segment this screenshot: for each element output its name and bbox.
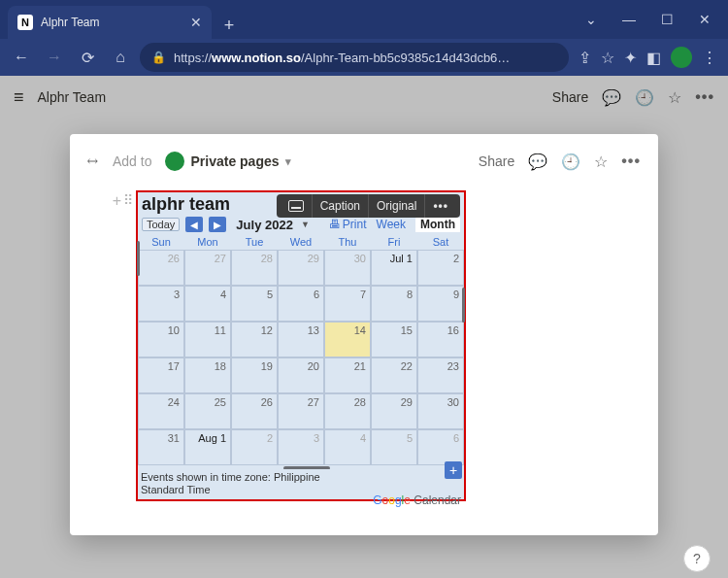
calendar-cell[interactable]: 16 [417, 322, 464, 357]
calendar-controls: Today ◀ ▶ July 2022 ▼ 🖶 Print Week Month [138, 215, 464, 234]
calendar-cell[interactable]: 8 [371, 286, 417, 322]
add-event-button[interactable]: + [445, 461, 462, 479]
calendar-cell[interactable]: 23 [417, 357, 464, 393]
url-text: https://www.notion.so/Alphr-Team-bb5c938… [174, 51, 510, 65]
calendar-cell[interactable]: 5 [371, 429, 417, 465]
month-picker-icon[interactable]: ▼ [301, 220, 310, 229]
prev-month-button[interactable]: ◀ [185, 217, 203, 232]
calendar-cell[interactable]: 27 [184, 250, 231, 286]
day-header: Thu [324, 236, 371, 248]
modal-favorite-icon[interactable]: ☆ [594, 153, 608, 171]
calendar-cell[interactable]: Aug 1 [184, 429, 231, 465]
block-more-icon[interactable]: ••• [424, 194, 456, 218]
browser-tab[interactable]: N Alphr Team ✕ [8, 6, 212, 39]
extensions-icon[interactable]: ✦ [624, 49, 637, 67]
calendar-cell[interactable]: 30 [417, 393, 464, 429]
bookmark-icon[interactable]: ☆ [601, 49, 614, 67]
maximize-icon[interactable]: ☐ [661, 12, 674, 27]
block-caption-icon[interactable] [281, 194, 312, 218]
calendar-cell[interactable]: 15 [371, 322, 417, 357]
calendar-cell[interactable]: 28 [231, 250, 278, 286]
google-calendar-embed[interactable]: Caption Original ••• alphr team Today ◀ … [136, 190, 466, 501]
calendar-cell[interactable]: 25 [184, 393, 231, 429]
calendar-cell[interactable]: Jul 1 [371, 250, 417, 286]
location-label: Private pages [190, 153, 279, 169]
tab-close-icon[interactable]: ✕ [190, 15, 202, 30]
calendar-cell[interactable]: 19 [231, 357, 278, 393]
calendar-cell[interactable]: 29 [278, 250, 324, 286]
drag-handle-icon[interactable]: ⠿ [123, 192, 130, 210]
modal-updates-icon[interactable]: 🕘 [561, 153, 580, 171]
lock-icon: 🔒 [151, 51, 166, 64]
calendar-cell[interactable]: 18 [184, 357, 231, 393]
timezone-text: Events shown in time zone: Philippine St… [141, 471, 325, 495]
minimize-icon[interactable]: ― [622, 12, 636, 27]
calendar-cell[interactable]: 2 [231, 429, 278, 465]
calendar-cell[interactable]: 4 [184, 286, 231, 322]
help-button[interactable]: ? [683, 545, 711, 572]
calendar-cell[interactable]: 31 [138, 429, 184, 465]
window-controls: ⌄ ― ☐ ✕ [585, 12, 728, 39]
workspace-icon [165, 152, 184, 171]
modal-share-button[interactable]: Share [479, 153, 514, 169]
calendar-cell[interactable]: 14 [324, 322, 371, 357]
next-month-button[interactable]: ▶ [209, 217, 226, 232]
calendar-cell[interactable]: 2 [417, 250, 464, 286]
today-button[interactable]: Today [142, 218, 180, 231]
google-calendar-logo[interactable]: Google Calendar [373, 493, 461, 507]
calendar-cell[interactable]: 13 [278, 322, 324, 357]
calendar-cell[interactable]: 17 [138, 357, 184, 393]
browser-menu-icon[interactable]: ⋮ [702, 49, 716, 67]
calendar-cell[interactable]: 6 [417, 429, 464, 465]
calendar-cell[interactable]: 6 [278, 286, 324, 322]
calendar-cell[interactable]: 11 [184, 322, 231, 357]
scroll-indicator-right [462, 288, 465, 323]
block-caption-button[interactable]: Caption [312, 194, 368, 218]
new-tab-button[interactable]: + [215, 12, 243, 39]
expand-icon[interactable]: ⤢ [83, 152, 103, 171]
calendar-cell[interactable]: 27 [278, 393, 324, 429]
calendar-cell[interactable]: 20 [278, 357, 324, 393]
modal-more-icon[interactable]: ••• [621, 153, 641, 170]
home-button[interactable]: ⌂ [107, 44, 134, 71]
calendar-cell[interactable]: 29 [371, 393, 417, 429]
view-week-tab[interactable]: Week [373, 218, 410, 231]
calendar-cell[interactable]: 22 [371, 357, 417, 393]
calendar-cell[interactable]: 7 [324, 286, 371, 322]
block-original-button[interactable]: Original [368, 194, 424, 218]
day-header: Sun [138, 236, 184, 248]
calendar-cell[interactable]: 12 [231, 322, 278, 357]
profile-avatar[interactable] [671, 47, 692, 68]
share-page-icon[interactable]: ⇪ [579, 49, 591, 67]
calendar-cell[interactable]: 30 [324, 250, 371, 286]
calendar-cell[interactable]: 9 [417, 286, 464, 322]
calendar-cell[interactable]: 28 [324, 393, 371, 429]
chevron-down-icon[interactable]: ⌄ [585, 12, 597, 27]
calendar-cell[interactable]: 5 [231, 286, 278, 322]
calendar-cell[interactable]: 21 [324, 357, 371, 393]
modal-toolbar: ⤢ Add to Private pages ▾ Share 💬 🕘 ☆ ••• [87, 144, 641, 179]
back-button[interactable]: ← [8, 44, 35, 71]
calendar-cell[interactable]: 26 [231, 393, 278, 429]
print-icon: 🖶 [329, 218, 341, 231]
address-bar[interactable]: 🔒 https://www.notion.so/Alphr-Team-bb5c9… [140, 43, 569, 72]
add-block-icon[interactable]: + [113, 192, 121, 210]
forward-button[interactable]: → [41, 44, 68, 71]
modal-comments-icon[interactable]: 💬 [528, 153, 547, 171]
location-picker[interactable]: Private pages ▾ [165, 152, 290, 171]
calendar-cell[interactable]: 3 [278, 429, 324, 465]
close-window-icon[interactable]: ✕ [699, 12, 711, 27]
side-panel-icon[interactable]: ◧ [646, 49, 661, 67]
calendar-cell[interactable]: 3 [138, 286, 184, 322]
block-handles: + ⠿ [87, 190, 130, 210]
calendar-cell[interactable]: 4 [324, 429, 371, 465]
notion-page: ≡ Alphr Team Share 💬 🕘 ☆ ••• ⤢ Add to Pr… [0, 76, 728, 578]
calendar-cell[interactable]: 26 [138, 250, 184, 286]
calendar-cell[interactable]: 24 [138, 393, 184, 429]
calendar-cell[interactable]: 10 [138, 322, 184, 357]
print-button[interactable]: 🖶 Print [329, 218, 367, 231]
scroll-indicator-left [137, 241, 140, 276]
view-month-tab[interactable]: Month [415, 217, 460, 232]
day-header: Mon [184, 236, 231, 248]
reload-button[interactable]: ⟳ [74, 44, 101, 71]
